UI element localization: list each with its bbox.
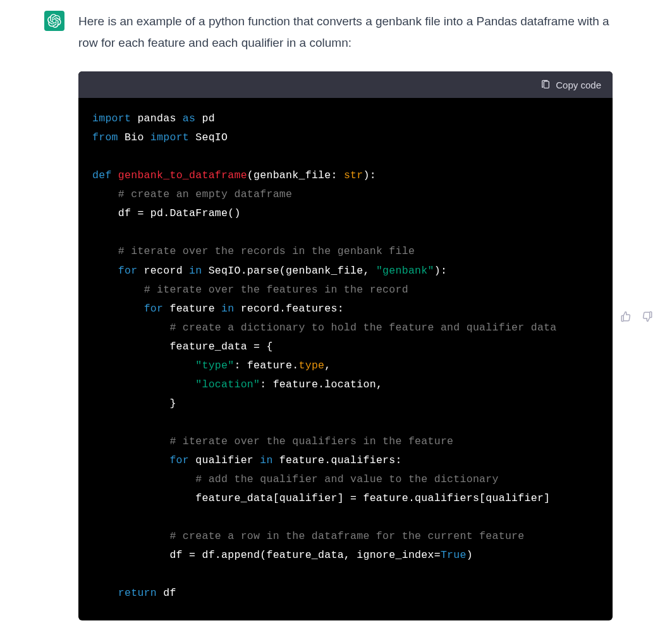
thumbs-up-icon bbox=[620, 311, 632, 322]
code-content: import pandas as pd from Bio import SeqI… bbox=[78, 98, 613, 620]
assistant-avatar bbox=[44, 11, 64, 31]
clipboard-icon bbox=[541, 80, 551, 90]
code-block: Copy code import pandas as pd from Bio i… bbox=[78, 71, 613, 620]
assistant-message: Here is an example of a python function … bbox=[0, 0, 672, 635]
thumbs-up-button[interactable] bbox=[620, 15, 632, 620]
openai-icon bbox=[47, 14, 61, 28]
message-text: Here is an example of a python function … bbox=[78, 11, 613, 54]
copy-code-label: Copy code bbox=[556, 80, 601, 90]
thumbs-down-button[interactable] bbox=[642, 15, 653, 620]
feedback-actions bbox=[620, 11, 653, 620]
svg-rect-0 bbox=[544, 82, 549, 88]
code-block-header: Copy code bbox=[78, 71, 613, 98]
thumbs-down-icon bbox=[642, 311, 653, 322]
copy-code-button[interactable]: Copy code bbox=[541, 80, 601, 90]
